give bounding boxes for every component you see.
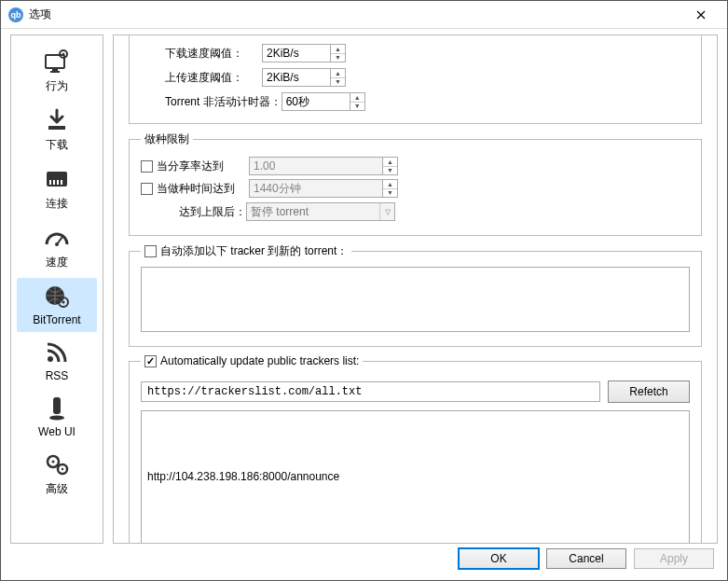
svg-point-18 <box>49 416 64 421</box>
spinner-down-icon[interactable]: ▼ <box>383 167 397 175</box>
svg-rect-17 <box>53 397 61 414</box>
window-title: 选项 <box>29 7 682 22</box>
then-action-value: 暂停 torrent <box>247 203 379 220</box>
server-icon <box>42 394 72 423</box>
svg-rect-1 <box>52 69 58 71</box>
sidebar-item-label: RSS <box>46 369 69 382</box>
svg-rect-9 <box>57 180 59 185</box>
sidebar-item-label: Web UI <box>38 425 76 438</box>
sidebar-item-bittorrent[interactable]: BitTorrent <box>17 278 97 332</box>
svg-line-12 <box>57 237 62 244</box>
inactive-timer-spinner[interactable]: ▲▼ <box>282 92 365 111</box>
title-bar: qb 选项 <box>1 1 727 29</box>
svg-point-22 <box>62 468 63 470</box>
download-threshold-spinner[interactable]: ▲▼ <box>262 44 346 62</box>
close-icon <box>696 10 706 20</box>
apply-button[interactable]: Apply <box>634 548 714 569</box>
auto-add-trackers-checkbox[interactable] <box>144 245 157 257</box>
spinner-down-icon[interactable]: ▼ <box>331 78 345 87</box>
ratio-limit-spinner[interactable]: ▲▼ <box>249 157 398 175</box>
spinner-up-icon[interactable]: ▲ <box>331 69 345 78</box>
ratio-limit-checkbox[interactable] <box>141 160 153 173</box>
sidebar-item-downloads[interactable]: 下载 <box>17 102 97 159</box>
globe-gear-icon <box>42 282 72 311</box>
auto-add-trackers-textarea[interactable] <box>141 267 690 332</box>
svg-rect-10 <box>61 180 62 185</box>
seeding-time-label: 当做种时间达到 <box>157 181 245 197</box>
sidebar-item-label: 速度 <box>46 255 68 270</box>
spinner-down-icon[interactable]: ▼ <box>331 54 345 62</box>
svg-rect-5 <box>48 126 65 130</box>
ratio-limit-input[interactable] <box>250 158 382 174</box>
spinner-down-icon[interactable]: ▼ <box>383 189 397 198</box>
sidebar-item-speed[interactable]: 速度 <box>17 219 97 276</box>
ethernet-icon <box>42 164 72 194</box>
svg-point-15 <box>62 301 65 304</box>
auto-update-trackers-label: Automatically update public trackers lis… <box>160 354 359 367</box>
download-threshold-label: 下载速度阈值： <box>141 46 262 62</box>
cancel-button[interactable]: Cancel <box>546 548 626 569</box>
gears-icon <box>42 450 72 479</box>
sidebar-item-advanced[interactable]: 高级 <box>17 446 97 503</box>
then-action-label: 达到上限后： <box>141 204 246 220</box>
chevron-down-icon: ▽ <box>379 203 394 220</box>
sidebar-item-label: 高级 <box>46 481 68 497</box>
spinner-up-icon[interactable]: ▲ <box>350 93 364 103</box>
sidebar-item-label: BitTorrent <box>33 313 80 326</box>
spinner-up-icon[interactable]: ▲ <box>383 180 397 189</box>
speed-thresholds-group: 下载速度阈值： ▲▼ 上传速度阈值： ▲▼ Torrent 非活动计时器： <box>129 35 702 124</box>
seeding-limits-legend: 做种限制 <box>141 131 193 147</box>
auto-update-trackers-group: Automatically update public trackers lis… <box>129 354 702 544</box>
svg-rect-8 <box>53 180 55 185</box>
seeding-time-spinner[interactable]: ▲▼ <box>249 179 398 198</box>
trackers-url-input[interactable] <box>141 381 600 402</box>
spinner-up-icon[interactable]: ▲ <box>331 45 345 54</box>
tracker-item: http://1337.abcvg.info:80/announce <box>147 538 683 544</box>
upload-threshold-label: 上传速度阈值： <box>141 70 262 86</box>
seeding-time-input[interactable] <box>250 180 382 197</box>
ratio-limit-label: 当分享率达到 <box>157 159 245 174</box>
upload-threshold-input[interactable] <box>263 69 330 86</box>
sidebar-item-rss[interactable]: RSS <box>17 334 97 388</box>
spinner-up-icon[interactable]: ▲ <box>383 158 397 167</box>
auto-update-trackers-checkbox[interactable] <box>144 355 157 367</box>
svg-rect-7 <box>49 180 51 185</box>
auto-add-trackers-label: 自动添加以下 tracker 到新的 torrent： <box>160 243 348 259</box>
download-threshold-input[interactable] <box>263 45 330 62</box>
category-sidebar: 行为 下载 连接 速度 BitTorrent <box>10 35 103 544</box>
seeding-time-checkbox[interactable] <box>141 183 153 195</box>
sidebar-item-connection[interactable]: 连接 <box>17 160 97 217</box>
spinner-down-icon[interactable]: ▼ <box>350 103 364 111</box>
svg-point-20 <box>52 461 55 463</box>
trackers-list[interactable]: http://104.238.198.186:8000/announce htt… <box>141 410 690 544</box>
sidebar-item-webui[interactable]: Web UI <box>17 390 97 444</box>
sidebar-item-label: 下载 <box>46 137 68 153</box>
svg-point-4 <box>62 53 65 56</box>
tracker-item: http://104.238.198.186:8000/announce <box>147 464 683 489</box>
close-button[interactable] <box>682 4 720 26</box>
inactive-timer-label: Torrent 非活动计时器： <box>141 94 282 110</box>
svg-rect-2 <box>50 71 60 73</box>
ok-button[interactable]: OK <box>459 548 539 569</box>
rss-icon <box>42 338 72 367</box>
sidebar-item-label: 行为 <box>46 78 68 94</box>
dialog-footer: OK Cancel Apply <box>1 544 727 574</box>
settings-panel: 下载速度阈值： ▲▼ 上传速度阈值： ▲▼ Torrent 非活动计时器： <box>113 35 718 544</box>
auto-add-trackers-group: 自动添加以下 tracker 到新的 torrent： <box>129 243 702 347</box>
inactive-timer-input[interactable] <box>282 93 350 110</box>
gauge-icon <box>42 223 72 253</box>
app-icon: qb <box>8 7 23 22</box>
seeding-limits-group: 做种限制 当分享率达到 ▲▼ 当做种时间达到 ▲▼ <box>129 131 702 236</box>
upload-threshold-spinner[interactable]: ▲▼ <box>262 68 346 87</box>
sidebar-item-label: 连接 <box>46 196 68 212</box>
svg-point-16 <box>48 356 53 362</box>
then-action-select[interactable]: 暂停 torrent ▽ <box>246 202 395 221</box>
refetch-button[interactable]: Refetch <box>608 380 690 403</box>
download-icon <box>42 105 72 135</box>
monitor-gear-icon <box>42 47 72 76</box>
sidebar-item-behavior[interactable]: 行为 <box>17 43 97 100</box>
